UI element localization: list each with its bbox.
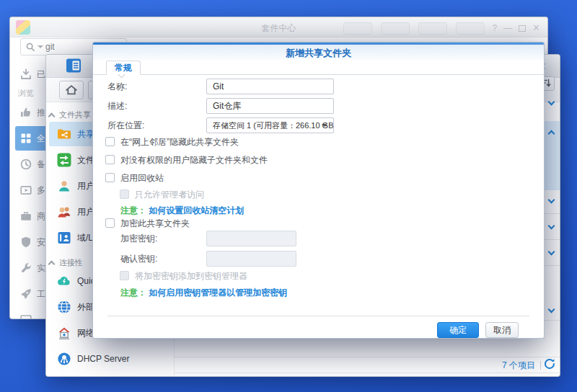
encrypt-checkbox[interactable] xyxy=(105,218,115,228)
add-key-manager-checkbox xyxy=(120,271,129,280)
section-header-file-sharing[interactable]: 文件共享 xyxy=(49,110,91,120)
status-bar-divider xyxy=(175,357,560,357)
sidebar-item-partial[interactable] xyxy=(49,373,172,377)
confirm-key-field xyxy=(206,251,296,267)
section-header-connectivity[interactable]: 连接性 xyxy=(49,257,83,268)
status-bar-bottom-divider xyxy=(175,373,560,373)
ok-button[interactable]: 确定 xyxy=(437,322,479,338)
home-button[interactable] xyxy=(59,81,84,99)
location-label: 所在位置: xyxy=(107,117,144,133)
add-key-manager-label: 将加密密钥添加到密钥管理器 xyxy=(135,270,247,282)
note-prefix: 注意： xyxy=(120,288,146,298)
recycle-schedule-link[interactable]: 如何设置回收站清空计划 xyxy=(149,205,244,215)
location-select[interactable]: 存储空间 1 (可用容量：266.10 GB) xyxy=(206,117,334,133)
desktop: 套件中心 ? — ✕ git xyxy=(0,0,577,392)
refresh-icon[interactable] xyxy=(544,358,555,370)
note-prefix: 注意： xyxy=(120,205,146,215)
dialog-title: 新增共享文件夹 xyxy=(93,47,544,60)
key-manager-note: 注意： 如何启用密钥管理器以管理加密密钥 xyxy=(120,288,287,298)
description-field[interactable]: Git仓库 xyxy=(206,98,334,114)
chevron-down-icon[interactable] xyxy=(548,223,555,230)
item-count: 7 个项目 xyxy=(502,360,535,372)
admin-only-label: 只允许管理者访问 xyxy=(135,189,204,200)
section-label: 连接性 xyxy=(59,257,83,268)
shared-folder-icon xyxy=(56,126,72,142)
section-label: 文件共享 xyxy=(59,110,91,120)
enable-recycle-checkbox[interactable] xyxy=(105,173,115,182)
hide-unauthorized-checkbox[interactable] xyxy=(105,155,115,164)
hide-network-label: 在“网上邻居”隐藏此共享文件夹 xyxy=(120,136,239,148)
chevron-up-icon xyxy=(48,112,56,120)
home-icon xyxy=(64,83,79,97)
chevron-down-icon[interactable] xyxy=(548,249,555,256)
domain-ldap-icon xyxy=(56,230,72,246)
network-home-icon xyxy=(56,325,72,341)
chevron-up-icon xyxy=(48,260,56,267)
select-caret-icon xyxy=(322,124,327,127)
enc-key-label: 加密密钥: xyxy=(120,231,157,246)
user-icon xyxy=(56,178,72,194)
footer-divider xyxy=(107,316,529,316)
globe-icon xyxy=(56,299,72,315)
chevron-down-icon[interactable] xyxy=(548,197,555,204)
cancel-button[interactable]: 取消 xyxy=(485,322,519,338)
sidebar-item-label: DHCP Server xyxy=(77,354,129,364)
add-shared-folder-dialog: 新增共享文件夹 常规 名称: Git 描述: Git仓库 所在位置: 存储空间 … xyxy=(92,42,545,339)
encrypt-label: 加密此共享文件夹 xyxy=(120,218,190,229)
dhcp-icon xyxy=(56,351,72,367)
recycle-note: 注意： 如何设置回收站清空计划 xyxy=(120,205,244,216)
confirm-key-label: 确认密钥: xyxy=(120,251,157,267)
chevron-down-icon[interactable] xyxy=(548,306,555,313)
hide-unauthorized-label: 对没有权限的用户隐藏子文件夹和文件 xyxy=(120,154,268,166)
admin-only-checkbox xyxy=(120,190,129,199)
control-panel-app-icon xyxy=(66,58,82,74)
description-label: 描述: xyxy=(107,98,127,114)
enc-key-field xyxy=(206,231,296,246)
name-field[interactable]: Git xyxy=(206,79,334,94)
user-group-icon xyxy=(56,204,72,220)
name-label: 名称: xyxy=(107,79,127,94)
hide-network-checkbox[interactable] xyxy=(105,137,115,146)
tab-bar xyxy=(93,74,544,75)
status-separator xyxy=(540,361,541,370)
sidebar-item-dhcp-server[interactable]: DHCP Server xyxy=(49,347,172,371)
file-service-icon xyxy=(56,152,72,168)
key-manager-link[interactable]: 如何启用密钥管理器以管理加密密钥 xyxy=(149,288,287,298)
enable-recycle-label: 启用回收站 xyxy=(120,172,164,184)
quickconnect-cloud-icon xyxy=(56,273,72,289)
